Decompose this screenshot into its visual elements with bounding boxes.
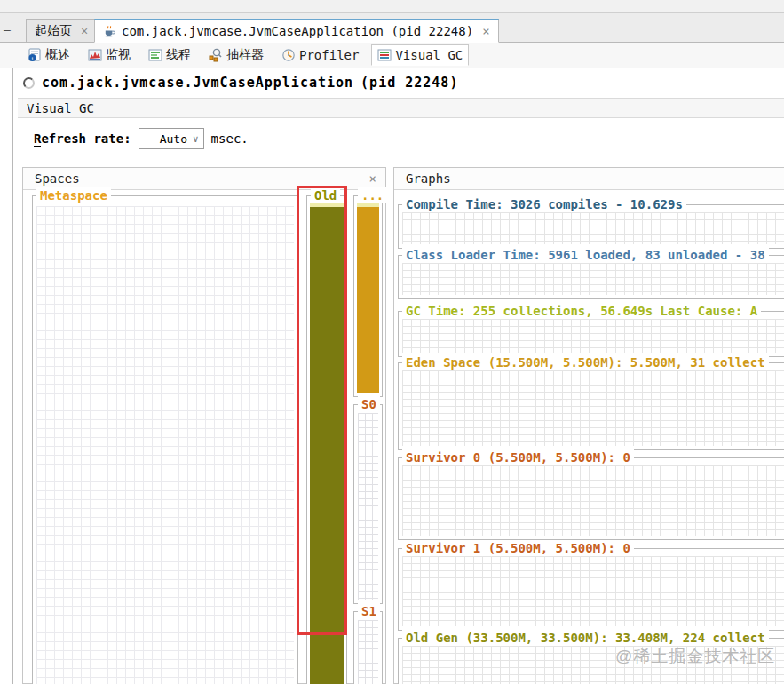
- subtab-overview[interactable]: i 概述: [22, 44, 75, 66]
- collapse-tabs-button[interactable]: —: [1, 25, 13, 37]
- svg-text:i: i: [32, 55, 34, 62]
- survivor0-graph-grid: [402, 465, 784, 536]
- subtab-overview-label: 概述: [45, 47, 70, 63]
- refresh-rate-unit: msec.: [211, 131, 249, 146]
- subtab-monitor[interactable]: 监视: [83, 44, 136, 66]
- class-loader-graph: Class Loader Time: 5961 loaded, 83 unloa…: [398, 255, 784, 299]
- tab-start-page-label: 起始页: [35, 23, 72, 39]
- spaces-panel-body: Metaspace Old ... S0 S1: [23, 190, 385, 683]
- eden-space-grid: [402, 370, 784, 446]
- metaspace-grid: [36, 206, 294, 684]
- close-icon[interactable]: ×: [81, 24, 88, 38]
- watermark-text: @稀土掘金技术社区: [615, 645, 775, 668]
- spaces-panel: Spaces × Metaspace Old ... S0 S1: [22, 167, 386, 684]
- refresh-rate-label: Refresh rate:: [34, 131, 131, 146]
- spaces-panel-title: Spaces: [35, 171, 80, 186]
- graphs-panel-title: Graphs: [406, 171, 451, 186]
- refresh-rate-row: Refresh rate: Auto ∨ msec.: [34, 128, 249, 149]
- subtab-monitor-label: 监视: [106, 47, 131, 63]
- gc-time-label: GC Time: 255 collections, 56.649s Last C…: [402, 303, 761, 319]
- subtab-sampler-label: 抽样器: [226, 47, 264, 63]
- old-space-group: Old: [306, 195, 347, 684]
- graphs-panel-header: Graphs: [394, 168, 784, 190]
- class-loader-grid: [402, 263, 784, 295]
- monitor-icon: [88, 48, 102, 62]
- class-loader-label: Class Loader Time: 5961 loaded, 83 unloa…: [402, 247, 769, 263]
- eden-space-graph-label: Eden Space (15.500M, 5.500M): 5.500M, 31…: [402, 354, 769, 370]
- survivor0-graph-label: Survivor 0 (5.500M, 5.500M): 0: [402, 449, 634, 465]
- view-title-label: Visual GC: [27, 101, 94, 115]
- application-title: com.jack.jvmcase.JvmCaseApplication: [42, 75, 353, 91]
- survivor0-label: S0: [358, 396, 380, 412]
- gc-time-graph: GC Time: 255 collections, 56.649s Last C…: [398, 311, 784, 357]
- survivor1-graph: Survivor 1 (5.500M, 5.500M): 0: [398, 548, 784, 631]
- refresh-rate-value: Auto: [160, 132, 187, 146]
- eden-space-graph: Eden Space (15.500M, 5.500M): 5.500M, 31…: [398, 362, 784, 450]
- survivor0-grid: [358, 413, 378, 600]
- spinner-icon: [23, 77, 35, 89]
- profiler-icon: [281, 48, 296, 62]
- subtab-threads[interactable]: 线程: [143, 44, 196, 66]
- subtab-visual-gc-label: Visual GC: [395, 48, 463, 62]
- sampler-icon: [209, 48, 223, 62]
- application-header: com.jack.jvmcase.JvmCaseApplication (pid…: [23, 75, 458, 91]
- survivor0-graph: Survivor 0 (5.500M, 5.500M): 0: [398, 457, 784, 540]
- close-icon[interactable]: ×: [369, 171, 376, 186]
- subtab-profiler-label: Profiler: [299, 48, 359, 62]
- close-icon[interactable]: ×: [482, 24, 489, 38]
- chevron-down-icon: ∨: [193, 133, 199, 145]
- visualgc-icon: [377, 48, 392, 62]
- window-top-strip: [0, 0, 784, 13]
- compile-time-label: Compile Time: 3026 compiles - 10.629s: [402, 196, 686, 212]
- panel-left-border: [12, 68, 13, 684]
- subtab-sampler[interactable]: 抽样器: [203, 44, 269, 66]
- metaspace-group: Metaspace: [32, 195, 298, 684]
- graphs-panel-body: Compile Time: 3026 compiles - 10.629s Cl…: [394, 190, 784, 683]
- view-title-bar: Visual GC: [18, 98, 784, 118]
- application-pid: (pid 22248): [360, 75, 458, 91]
- java-cup-icon: [103, 25, 116, 38]
- old-space-free-strip: [310, 203, 344, 207]
- tab-start-page[interactable]: 起始页 ×: [26, 19, 97, 43]
- eden-space-bar: [357, 203, 379, 393]
- survivor1-label: S1: [358, 603, 380, 619]
- subtab-visual-gc[interactable]: Visual GC: [371, 44, 469, 66]
- survivor1-group: S1: [353, 611, 383, 684]
- compile-time-grid: [402, 212, 784, 244]
- survivor0-group: S0: [353, 404, 383, 604]
- eden-space-group: ...: [353, 195, 383, 397]
- eden-space-label: ...: [358, 187, 387, 203]
- graphs-panel: Graphs Compile Time: 3026 compiles - 10.…: [393, 167, 784, 684]
- gc-time-grid: [402, 319, 784, 353]
- document-tab-bar: — 起始页 × com.jack.jvmcase.JvmCaseApplicat…: [0, 13, 784, 43]
- view-toolbar: i 概述 监视 线程: [0, 43, 784, 68]
- old-space-label: Old: [311, 187, 340, 203]
- threads-icon: [148, 48, 162, 62]
- subtab-threads-label: 线程: [166, 47, 191, 63]
- refresh-rate-select[interactable]: Auto ∨: [139, 128, 204, 149]
- survivor1-grid: [358, 620, 378, 684]
- survivor1-graph-label: Survivor 1 (5.500M, 5.500M): 0: [402, 540, 634, 556]
- old-gen-graph-label: Old Gen (33.500M, 33.500M): 33.408M, 224…: [402, 630, 769, 646]
- survivor1-graph-grid: [402, 556, 784, 626]
- compile-time-graph: Compile Time: 3026 compiles - 10.629s: [398, 204, 784, 249]
- overview-icon: i: [28, 48, 42, 62]
- old-space-bar: [310, 203, 344, 684]
- eden-space-free-strip: [357, 203, 379, 207]
- tab-jvmcase-label: com.jack.jvmcase.JvmCaseApplication (pid…: [122, 24, 473, 38]
- subtab-profiler[interactable]: Profiler: [276, 45, 364, 65]
- metaspace-label: Metaspace: [36, 187, 111, 203]
- tab-jvmcase-application[interactable]: com.jack.jvmcase.JvmCaseApplication (pid…: [94, 19, 499, 43]
